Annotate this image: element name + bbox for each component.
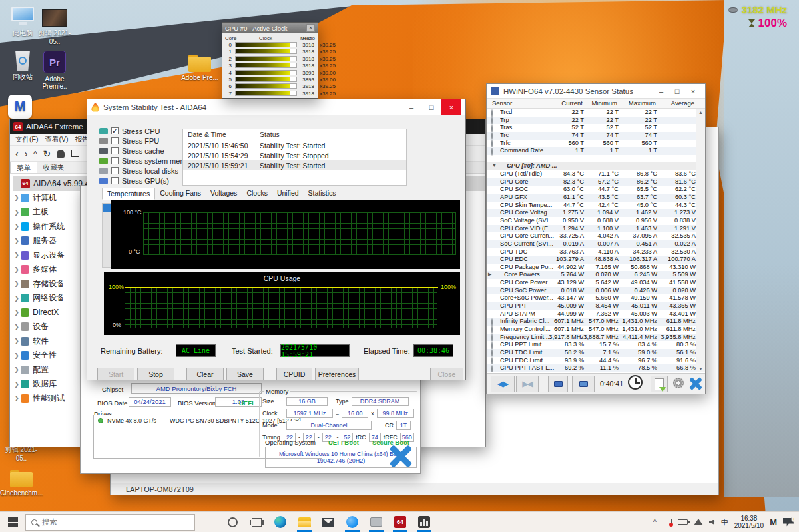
expander-icon[interactable]: ❯: [13, 366, 21, 373]
sensor-row[interactable]: CPU PPT45.009 W8.454 W45.011 W43.365 W: [487, 302, 697, 310]
checkbox[interactable]: [111, 157, 119, 164]
hwinfo-taskbar-button[interactable]: [412, 512, 436, 532]
sensor-row[interactable]: CPU Core Voltag...1.275 V1.094 V1.462 V1…: [487, 209, 697, 217]
sensor-row[interactable]: CPU PPT FAST L...69.2 %11.1 %78.5 %66.8 …: [487, 364, 697, 372]
sensor-row[interactable]: CPU EDC103.279 A48.838 A106.317 A100.770…: [487, 256, 697, 264]
expander-icon[interactable]: ❯: [13, 223, 21, 230]
minimize-button[interactable]: –: [401, 99, 421, 115]
task-view-button[interactable]: [244, 512, 268, 532]
mail-button[interactable]: [316, 512, 340, 532]
tab-菜单[interactable]: 菜单: [10, 162, 37, 173]
ime-language-indicator[interactable]: 中: [721, 517, 728, 527]
sensor-scrollbar[interactable]: ▲ ▼: [696, 109, 705, 372]
expander-icon[interactable]: ❯: [13, 295, 21, 302]
stability-test-titlebar[interactable]: System Stability Test - AIDA64 – □ ×: [87, 99, 465, 115]
stop-button[interactable]: Stop: [137, 368, 174, 380]
sensor-row[interactable]: APU STAPM44.999 W7.362 W45.003 W43.401 W: [487, 310, 697, 318]
desktop-icon-adobe-folder[interactable]: Adobe Pre...: [178, 55, 221, 81]
test-log-table[interactable]: Date & Time Status 2021/5/10 15:46:50Sta…: [182, 129, 407, 186]
collapse-icon[interactable]: ▼: [492, 163, 497, 168]
wifi-icon[interactable]: [694, 519, 703, 525]
sensor-row[interactable]: CPU EDC Limit93.9 %44.4 %96.7 %91.6 %: [487, 357, 697, 365]
sensor-row[interactable]: Trcd22 T22 T22 T: [487, 109, 697, 117]
hwinfo-tray-icon[interactable]: M: [770, 517, 777, 527]
search-box[interactable]: 搜索: [25, 514, 195, 531]
tab-voltages[interactable]: Voltages: [206, 188, 242, 200]
history-forward-button[interactable]: ▶◀: [516, 376, 539, 392]
sensor-row[interactable]: Command Rate1 T1 T1 T: [487, 147, 697, 155]
expander-icon[interactable]: ❯: [13, 309, 21, 316]
sensor-row[interactable]: Trfc560 T560 T560 T: [487, 140, 697, 148]
back-icon[interactable]: ‹: [15, 148, 19, 159]
sensor-row[interactable]: CPU Core82.3 °C57.2 °C86.2 °C81.6 °C: [487, 178, 697, 186]
log-row[interactable]: 2021/5/10 15:46:50Stability Test: Starte…: [183, 140, 406, 150]
sensor-row[interactable]: CPU TDC33.763 A4.110 A34.233 A32.530 A: [487, 248, 697, 256]
log-row[interactable]: 2021/5/10 15:59:21Stability Test: Starte…: [183, 160, 406, 170]
desktop-icon-video-top[interactable]: 剪辑 2021-05..: [33, 9, 76, 45]
sensor-row[interactable]: CPU PPT Limit83.3 %15.7 %83.4 %80.3 %: [487, 341, 697, 349]
checkbox[interactable]: ✓: [111, 127, 119, 134]
log-row[interactable]: 2021/5/10 15:54:29Stability Test: Stoppe…: [183, 150, 406, 160]
recording-tray-icon[interactable]: [663, 519, 672, 525]
sensor-titlebar[interactable]: HWiNFO64 v7.02-4430 Sensor Status – □ ×: [487, 84, 705, 99]
logging-button[interactable]: [651, 376, 668, 392]
tab-unified[interactable]: Unified: [272, 188, 304, 200]
sensor-row[interactable]: ▶Core Powers5.764 W0.070 W6.245 W5.509 W: [487, 271, 697, 279]
checkbox[interactable]: [111, 167, 119, 174]
tab-收藏夹[interactable]: 收藏夹: [37, 162, 71, 173]
battery-icon[interactable]: [678, 519, 688, 525]
stress-option[interactable]: Stress cache: [99, 146, 196, 156]
user-icon[interactable]: [57, 150, 65, 158]
desktop-icon-premiere[interactable]: Pr Adobe Premie..: [33, 51, 76, 90]
notification-icon[interactable]: 6: [783, 518, 794, 527]
remote-app-button[interactable]: [364, 512, 388, 532]
sensor-row[interactable]: SoC Voltage (SVI...0.950 V0.688 V0.956 V…: [487, 217, 697, 225]
minimize-button[interactable]: –: [653, 84, 669, 98]
stress-option[interactable]: Stress GPU(s): [99, 176, 196, 186]
sensor-row[interactable]: APU GFX61.1 °C43.5 °C63.7 °C60.3 °C: [487, 194, 697, 202]
desktop-icon-hwinfo[interactable]: M: [0, 95, 40, 119]
desktop-icon-cinebench[interactable]: Cinebenchm...: [0, 470, 43, 497]
close-icon[interactable]: ×: [306, 24, 315, 32]
cortana-button[interactable]: [220, 512, 244, 532]
expander-icon[interactable]: ❯: [13, 238, 21, 244]
sensor-table[interactable]: Trcd22 T22 T22 TTrp22 T22 T22 TTras52 T5…: [487, 109, 697, 372]
sensor-row[interactable]: Core+SoC Power...43.147 W5.660 W49.159 W…: [487, 294, 697, 302]
expander-icon[interactable]: ❯: [13, 194, 21, 201]
sensor-row[interactable]: CPU SoC Power ...0.018 W0.006 W0.426 W0.…: [487, 287, 697, 295]
summary-close-button[interactable]: [389, 444, 413, 467]
expander-icon[interactable]: ❯: [13, 324, 21, 330]
sensor-row[interactable]: CPU Package Po...44.902 W7.165 W50.868 W…: [487, 264, 697, 272]
clock-icon[interactable]: [628, 375, 643, 390]
aida64-taskbar-button[interactable]: 64: [388, 512, 412, 532]
cpuid-button[interactable]: CPUID: [276, 368, 312, 380]
scroll-up-icon[interactable]: ▲: [698, 110, 703, 115]
sensor-row[interactable]: Tras52 T52 T52 T: [487, 124, 697, 132]
clear-button[interactable]: Clear: [186, 368, 224, 380]
checkbox[interactable]: [111, 147, 119, 154]
gear-icon[interactable]: [673, 378, 684, 388]
volume-muted-icon[interactable]: ×: [709, 519, 715, 525]
sensor-row[interactable]: Infinity Fabric Cl...607.1 MHz547.0 MHz1…: [487, 318, 697, 326]
expander-icon[interactable]: ❯: [13, 280, 21, 287]
expander-icon[interactable]: ❯: [13, 381, 21, 388]
menu-item[interactable]: 文件(F): [15, 135, 38, 144]
expand-icon[interactable]: ▶: [488, 272, 491, 277]
preferences-button[interactable]: Preferences: [315, 368, 359, 380]
checkbox[interactable]: [111, 177, 119, 184]
up-icon[interactable]: ^: [33, 150, 37, 158]
tab-cooling-fans[interactable]: Cooling Fans: [155, 188, 206, 200]
start-button[interactable]: [0, 512, 25, 532]
expander-icon[interactable]: ❯: [13, 252, 21, 258]
sensor-close-button[interactable]: [689, 377, 702, 390]
sensor-row[interactable]: CPU (Tctl/Tdie)84.3 °C71.1 °C86.8 °C83.6…: [487, 170, 697, 178]
sensor-settings-button[interactable]: [548, 376, 568, 392]
save-button[interactable]: Save: [226, 368, 264, 380]
sensor-row[interactable]: CPU Skin Tempe...44.7 °C42.4 °C45.0 °C44…: [487, 202, 697, 210]
expander-icon[interactable]: ❯: [13, 352, 21, 359]
cpu-clock-titlebar[interactable]: CPU #0 - Active Clock ×: [222, 23, 318, 33]
scroll-down-icon[interactable]: ▼: [698, 366, 703, 371]
forward-icon[interactable]: ›: [25, 148, 28, 159]
expander-icon[interactable]: ❯: [13, 338, 21, 344]
stress-option[interactable]: ✓Stress CPU: [99, 126, 196, 136]
